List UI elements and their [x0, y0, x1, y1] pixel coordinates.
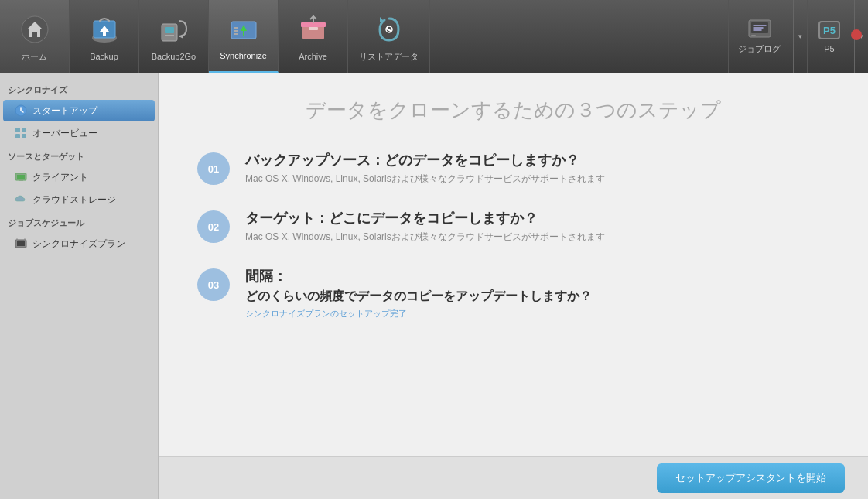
toolbar-label-restore: リストアデータ	[359, 51, 419, 63]
sidebar-label-startup: スタートアップ	[32, 104, 97, 118]
close-button[interactable]	[851, 29, 862, 40]
backup2go-icon	[155, 12, 193, 49]
step-2-desc: Mac OS X, Windows, Linux, Solarisおよび様々なク…	[245, 231, 829, 244]
step-3-content: 間隔： どのくらいの頻度でデータのコピーをアップデートしますか？ シンクロナイズ…	[245, 267, 829, 320]
sidebar-label-syncplan: シンクロナイズプラン	[32, 238, 125, 251]
synchronize-icon	[225, 11, 262, 48]
sidebar-label-cloud: クラウドストレージ	[32, 193, 116, 207]
step-2: 02 ターゲット：どこにデータをコピーしますか？ Mac OS X, Windo…	[197, 209, 829, 244]
step-1: 01 バックアップソース：どのデータをコピーしますか？ Mac OS X, Wi…	[197, 151, 829, 186]
step-1-title: バックアップソース：どのデータをコピーしますか？	[245, 151, 829, 169]
toolbar-joblog-dropdown[interactable]: ▾	[793, 0, 807, 73]
archive-icon	[295, 12, 332, 49]
step-3-subtitle: どのくらいの頻度でデータのコピーをアップデートしますか？	[245, 289, 829, 305]
toolbar-label-home: ホーム	[22, 51, 47, 63]
sidebar-item-startup[interactable]: スタートアップ	[3, 100, 155, 121]
step-1-number: 01	[197, 152, 230, 185]
p5-badge: P5	[823, 25, 836, 36]
toolbar-item-p5[interactable]: P5 P5	[808, 0, 854, 73]
step-3-title: 間隔：	[245, 267, 829, 285]
sidebar: シンクロナイズ スタートアップ オーバービュー ソー	[0, 73, 159, 499]
svg-rect-20	[17, 175, 25, 179]
toolbar-item-synchronize[interactable]: Synchronize	[209, 0, 279, 73]
toolbar-label-backup2go: Backup2Go	[152, 52, 196, 61]
svg-rect-17	[15, 134, 20, 138]
sidebar-section-source-target: ソースとターゲット	[0, 145, 158, 166]
toolbar-joblog-group: ジョブログ ▾	[728, 0, 807, 73]
svg-rect-15	[15, 128, 20, 132]
content-area: データをクローンするための３つのステップ 01 バックアップソース：どのデータを…	[159, 73, 868, 499]
svg-rect-23	[17, 241, 25, 246]
step-1-content: バックアップソース：どのデータをコピーしますか？ Mac OS X, Windo…	[245, 151, 829, 186]
step-1-desc: Mac OS X, Windows, Linux, Solarisおよび様々なク…	[245, 173, 829, 186]
toolbar-item-joblog[interactable]: ジョブログ	[729, 0, 793, 73]
sidebar-section-synchronize: シンクロナイズ	[0, 78, 158, 99]
toolbar-label-p5: P5	[824, 44, 834, 53]
svg-rect-16	[22, 128, 26, 132]
step-2-content: ターゲット：どこにデータをコピーしますか？ Mac OS X, Windows,…	[245, 209, 829, 244]
sidebar-item-cloud[interactable]: クラウドストレージ	[3, 189, 155, 210]
toolbar-item-archive[interactable]: Archive	[279, 0, 348, 73]
step-3: 03 間隔： どのくらいの頻度でデータのコピーをアップデートしますか？ シンクロ…	[197, 267, 829, 320]
overview-icon	[14, 126, 28, 140]
startup-icon	[14, 104, 28, 118]
sidebar-item-overview[interactable]: オーバービュー	[3, 122, 155, 144]
sidebar-item-client[interactable]: クライアント	[3, 166, 155, 188]
toolbar-item-home[interactable]: ホーム	[0, 0, 70, 73]
syncplan-icon	[14, 237, 28, 251]
step-3-subdesc: シンクロナイズプランのセットアップ完了	[245, 308, 829, 320]
restore-icon	[371, 11, 408, 48]
home-icon	[16, 11, 53, 48]
bottom-bar: セットアップアシスタントを開始	[159, 456, 868, 499]
main-layout: シンクロナイズ スタートアップ オーバービュー ソー	[0, 73, 868, 499]
toolbar-item-backup[interactable]: Backup	[70, 0, 139, 73]
step-2-title: ターゲット：どこにデータをコピーしますか？	[245, 209, 829, 227]
toolbar: ホーム Backup Backup2Go	[0, 0, 868, 73]
toolbar-item-backup2go[interactable]: Backup2Go	[139, 0, 209, 73]
backup-icon	[86, 12, 123, 49]
toolbar-label-synchronize: Synchronize	[220, 51, 267, 60]
svg-rect-18	[22, 134, 26, 138]
step-2-number: 02	[197, 210, 230, 243]
svg-rect-4	[165, 27, 174, 33]
step-3-number: 03	[197, 268, 230, 301]
cloud-icon	[14, 193, 28, 207]
sidebar-label-client: クライアント	[32, 171, 88, 184]
svg-rect-9	[309, 27, 318, 30]
page-title: データをクローンするための３つのステップ	[197, 97, 829, 124]
sidebar-label-overview: オーバービュー	[32, 127, 97, 140]
client-icon	[14, 170, 28, 184]
svg-rect-21	[19, 180, 23, 181]
sidebar-section-schedule: ジョブスケジュール	[0, 211, 158, 232]
start-button[interactable]: セットアップアシスタントを開始	[657, 463, 845, 493]
sidebar-item-syncplan[interactable]: シンクロナイズプラン	[3, 233, 155, 255]
toolbar-item-restore[interactable]: リストアデータ	[348, 0, 430, 73]
svg-rect-5	[165, 35, 174, 36]
toolbar-label-archive: Archive	[299, 52, 327, 61]
toolbar-label-backup: Backup	[90, 52, 118, 61]
svg-rect-13	[751, 35, 756, 36]
toolbar-label-joblog: ジョブログ	[738, 43, 781, 55]
